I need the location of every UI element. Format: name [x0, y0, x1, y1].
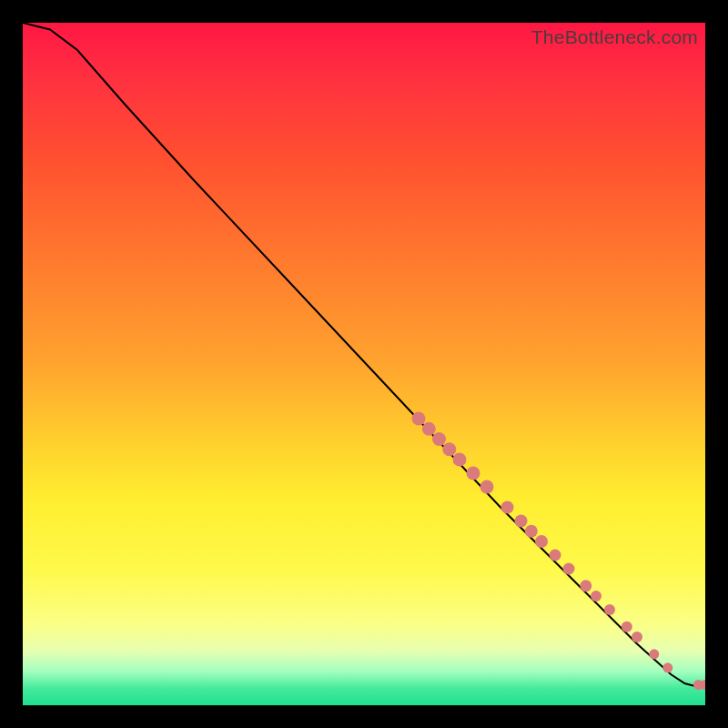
scatter-dot — [453, 453, 467, 467]
scatter-dot — [525, 525, 538, 538]
scatter-dot — [467, 467, 480, 480]
scatter-dot — [649, 649, 659, 659]
scatter-dot — [535, 535, 548, 548]
scatter-dot — [604, 604, 615, 615]
watermark-text: TheBottleneck.com — [531, 26, 698, 48]
scatter-dot — [550, 550, 561, 561]
scatter-dot — [662, 662, 672, 672]
scatter-dot — [622, 622, 632, 632]
bottleneck-curve — [23, 23, 705, 686]
chart-svg — [23, 23, 705, 705]
scatter-dot — [480, 480, 494, 494]
scatter-dot — [442, 442, 456, 456]
scatter-dot — [501, 501, 514, 514]
plot-area: TheBottleneck.com — [23, 23, 705, 705]
scatter-dot — [515, 515, 528, 528]
scatter-group — [412, 412, 706, 691]
scatter-dot — [432, 432, 446, 446]
scatter-dot — [580, 580, 592, 592]
scatter-dot — [591, 591, 602, 602]
scatter-dot — [632, 632, 642, 642]
scatter-dot — [563, 563, 575, 575]
scatter-dot — [422, 422, 436, 436]
scatter-dot — [412, 412, 426, 426]
